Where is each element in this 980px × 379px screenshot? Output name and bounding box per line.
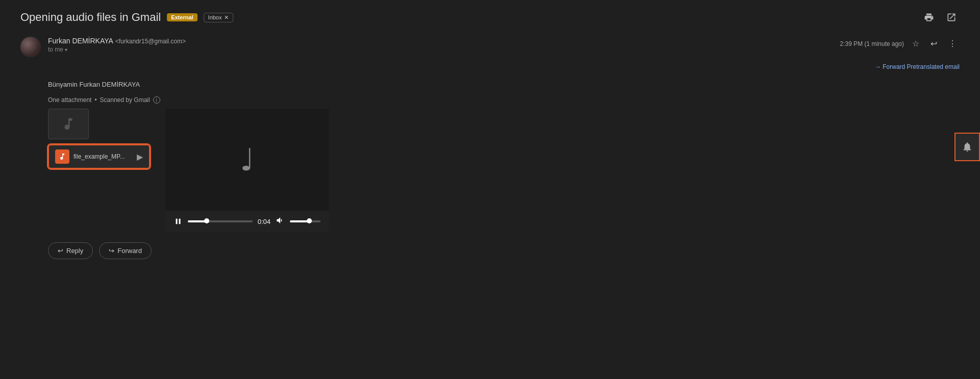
music-note-icon: ♩ <box>240 142 254 178</box>
volume-track[interactable] <box>290 220 321 222</box>
right-sidebar-notification-icon[interactable] <box>954 133 980 161</box>
sender-to: to me ▾ <box>48 46 186 53</box>
attachment-thumbnail <box>48 109 89 139</box>
sender-right: 2:39 PM (1 minute ago) ☆ ↩ ⋮ <box>840 37 960 50</box>
reply-buttons: ↩ Reply ↪ Forward <box>48 242 960 259</box>
email-title-row: Opening audio files in Gmail External In… <box>20 11 233 24</box>
bell-icon <box>962 141 973 153</box>
attachment-section: file_example_MP... ▶ ♩ <box>48 109 960 232</box>
download-icon[interactable]: ▶ <box>137 152 143 162</box>
forward-arrow-icon: ↪ <box>109 247 114 255</box>
header-actions <box>921 9 960 26</box>
volume-icon <box>276 216 285 227</box>
badge-inbox[interactable]: Inbox ✕ <box>204 13 233 22</box>
forward-pretranslated-link[interactable]: → Forward Pretranslated email <box>875 63 960 70</box>
volume-svg-icon <box>276 216 285 225</box>
sender-row: Furkan DEMİRKAYA <furkandr15@gmail.com> … <box>20 31 960 61</box>
attachment-chip[interactable]: file_example_MP... ▶ <box>48 144 150 169</box>
more-options-button[interactable]: ⋮ <box>945 37 960 50</box>
avatar <box>20 37 41 57</box>
reply-btn[interactable]: ↩ Reply <box>48 242 93 259</box>
star-button[interactable]: ☆ <box>909 37 922 50</box>
sender-email: <furkandr15@gmail.com> <box>115 38 186 45</box>
chevron-down-icon[interactable]: ▾ <box>65 47 67 53</box>
audio-player-visual: ♩ <box>165 109 329 211</box>
open-new-window-button[interactable] <box>943 9 960 26</box>
badge-external: External <box>167 13 197 21</box>
scanned-info-icon[interactable]: i <box>153 96 160 104</box>
mp3-icon <box>58 153 66 161</box>
attachment-chip-name: file_example_MP... <box>74 153 125 160</box>
audio-player: ♩ 0:04 <box>165 109 329 232</box>
sender-name: Furkan DEMİRKAYA <box>48 37 113 45</box>
attachment-left: file_example_MP... ▶ <box>48 109 150 169</box>
timestamp: 2:39 PM (1 minute ago) <box>840 40 904 47</box>
volume-fill <box>290 220 310 222</box>
body-greeting: Bünyamin Furkan DEMİRKAYA <box>48 81 960 88</box>
print-icon <box>924 12 934 22</box>
forward-bar: → Forward Pretranslated email <box>20 61 960 72</box>
open-new-window-icon <box>946 12 957 22</box>
sender-info: Furkan DEMİRKAYA <furkandr15@gmail.com> … <box>48 37 186 53</box>
audio-controls: 0:04 <box>165 211 329 232</box>
forward-btn[interactable]: ↪ Forward <box>99 242 152 259</box>
attachment-label: One attachment • Scanned by Gmail i <box>48 96 960 104</box>
sender-name-row: Furkan DEMİRKAYA <furkandr15@gmail.com> <box>48 37 186 45</box>
email-body: Bünyamin Furkan DEMİRKAYA One attachment… <box>20 75 960 379</box>
attachment-chip-icon <box>55 149 69 164</box>
time-display: 0:04 <box>258 218 271 225</box>
reply-arrow-icon: ↩ <box>58 247 63 255</box>
file-thumbnail-icon <box>61 116 76 132</box>
pause-button[interactable] <box>174 217 183 226</box>
progress-bar-fill <box>188 220 207 222</box>
pause-icon <box>174 217 183 226</box>
sender-left: Furkan DEMİRKAYA <furkandr15@gmail.com> … <box>20 37 186 57</box>
progress-bar-track[interactable] <box>188 220 253 222</box>
print-button[interactable] <box>921 9 937 26</box>
email-subject: Opening audio files in Gmail <box>20 11 161 24</box>
email-header: Opening audio files in Gmail External In… <box>20 0 960 31</box>
reply-button-header[interactable]: ↩ <box>927 37 940 50</box>
